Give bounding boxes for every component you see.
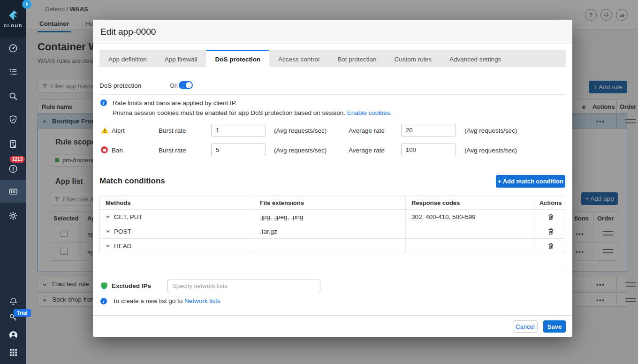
delete-trash-icon[interactable] — [547, 213, 554, 220]
info-icon: i — [100, 298, 107, 304]
checklist-icon — [8, 67, 18, 77]
file-extensions-header: File extensions — [254, 196, 405, 209]
alert-circle-icon — [8, 164, 18, 174]
search-icon — [8, 91, 18, 101]
burst-rate-label: Burst rate — [159, 147, 186, 154]
ban-burst-rate-input[interactable] — [211, 144, 266, 156]
extensions-value: .jpg, .jpeg, .png — [260, 213, 303, 220]
ban-icon — [101, 146, 108, 153]
burst-rate-label: Burst rate — [159, 127, 186, 134]
tab-advanced-settings[interactable]: Advanced settings — [441, 50, 510, 67]
app-root: Defend / WAAS ? Container Host Container… — [0, 0, 638, 364]
dos-protection-toggle[interactable] — [179, 81, 193, 89]
methods-value: POST — [114, 228, 131, 235]
ban-row-label: Ban — [112, 147, 123, 154]
excluded-ips-label: Excluded IPs — [112, 282, 151, 289]
modal-header: Edit app-0000 — [93, 20, 572, 44]
info-line-1: Rate limits and bans are applied by clie… — [113, 99, 237, 106]
user-icon — [8, 330, 19, 341]
enable-cookies-link[interactable]: Enable cookies. — [347, 109, 392, 116]
warning-icon — [101, 127, 109, 134]
response-codes-header: Response codes — [405, 196, 536, 209]
burst-unit-label: (Avg requests/sec) — [274, 147, 327, 154]
alert-burst-rate-input[interactable] — [211, 124, 266, 136]
burst-unit-label: (Avg requests/sec) — [274, 127, 327, 134]
sidebar-item-settings[interactable] — [0, 205, 26, 226]
tab-bot-protection[interactable]: Bot protection — [328, 50, 385, 67]
sidebar-item-apps-grid[interactable] — [0, 342, 26, 363]
average-unit-label: (Avg requests/sec) — [464, 127, 517, 134]
info-icon: i — [100, 99, 107, 106]
container-icon — [8, 186, 19, 197]
tab-access-control[interactable]: Access control — [269, 50, 328, 67]
sidebar-item-dashboard[interactable] — [0, 38, 26, 59]
radar-dashboard-icon — [8, 43, 18, 53]
sidebar-item-search[interactable] — [0, 86, 26, 106]
gear-icon — [8, 211, 18, 221]
chevron-right-icon — [24, 2, 29, 7]
toggle-state-label: On — [170, 83, 178, 89]
actions-header: Actions — [536, 196, 565, 209]
network-lists-link[interactable]: Network lists — [184, 297, 220, 304]
match-row: HEAD — [100, 238, 565, 253]
sidebar-item-compute[interactable] — [0, 180, 26, 203]
shield-icon — [100, 282, 108, 290]
ban-average-rate-input[interactable] — [401, 144, 456, 156]
delete-trash-icon[interactable] — [547, 228, 554, 235]
match-row: POST .tar.gz — [100, 224, 565, 238]
bell-icon — [8, 296, 18, 306]
average-unit-label: (Avg requests/sec) — [464, 147, 517, 154]
methods-value: HEAD — [114, 243, 132, 250]
methods-header: Methods — [100, 199, 254, 206]
extensions-value: .tar.gz — [260, 228, 277, 235]
match-conditions-table: Methods File extensions Response codes A… — [99, 196, 565, 253]
sidebar-item-compliance[interactable] — [0, 109, 26, 130]
tab-dos-protection[interactable]: DoS protection — [206, 50, 270, 67]
alert-row-label: Alert — [112, 127, 125, 134]
methods-value: GET, PUT — [114, 213, 143, 220]
sidebar-item-policies[interactable] — [0, 61, 26, 82]
match-row: GET, PUT .jpg, .jpeg, .png 302, 400-410,… — [100, 209, 565, 224]
alerts-count-badge: 1213 — [10, 156, 25, 163]
codes-value: 302, 400-410, 500-599 — [411, 213, 476, 220]
sidebar-expand-button[interactable] — [22, 0, 31, 9]
save-button[interactable]: Save — [543, 320, 566, 333]
edit-app-modal: Edit app-0000 App definition App firewal… — [93, 20, 572, 337]
prisma-logo-icon — [7, 9, 19, 22]
tab-app-definition[interactable]: App definition — [99, 50, 156, 67]
cancel-button[interactable]: Cancel — [513, 320, 538, 333]
chevron-down-icon[interactable] — [106, 243, 110, 248]
chevron-down-icon[interactable] — [106, 229, 110, 234]
trial-badge: Trial — [14, 309, 31, 317]
modal-tabs: App definition App firewall DoS protecti… — [99, 50, 566, 67]
info-line-2: Prisma session cookies must be enabled f… — [113, 109, 392, 116]
dos-protection-label: DoS protection — [99, 82, 141, 89]
modal-title: Edit app-0000 — [100, 27, 156, 37]
match-conditions-heading: Match conditions — [99, 176, 165, 186]
excluded-ips-input[interactable] — [167, 280, 320, 292]
document-check-icon — [8, 139, 18, 149]
network-lists-info: To create a new list go to Network lists — [113, 297, 220, 304]
add-match-condition-button[interactable]: + Add match condition — [496, 175, 565, 188]
delete-trash-icon[interactable] — [547, 243, 554, 250]
apps-grid-icon — [9, 348, 18, 357]
modal-footer: Cancel Save — [93, 315, 572, 337]
alert-average-rate-input[interactable] — [401, 124, 456, 136]
match-table-header: Methods File extensions Response codes A… — [100, 196, 565, 209]
average-rate-label: Average rate — [349, 147, 385, 154]
chevron-down-icon[interactable] — [106, 214, 110, 219]
average-rate-label: Average rate — [349, 127, 385, 134]
tab-custom-rules[interactable]: Custom rules — [385, 50, 441, 67]
sidebar-item-reports[interactable] — [0, 134, 26, 154]
tab-app-firewall[interactable]: App firewall — [156, 50, 206, 67]
shield-check-icon — [8, 114, 18, 125]
